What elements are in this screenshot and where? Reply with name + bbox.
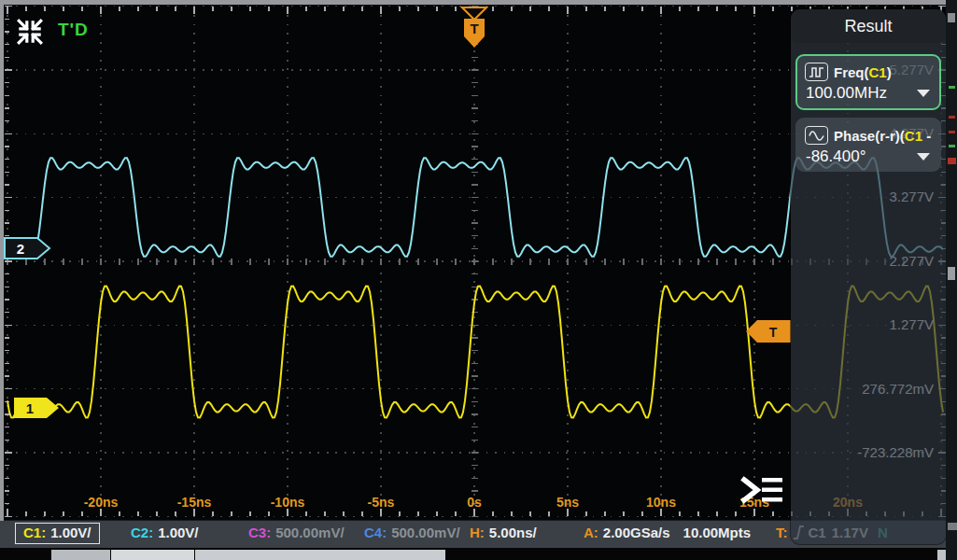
- side-panel-edge: [946, 0, 957, 560]
- side-panel-fragment: [948, 13, 955, 22]
- background-window-fragment: [51, 550, 110, 560]
- chevron-down-icon[interactable]: [917, 153, 930, 161]
- selected-channel-box[interactable]: C1:1.00V/: [15, 523, 100, 544]
- trigger-status: T'D: [58, 20, 89, 40]
- side-panel-fragment: [948, 523, 957, 530]
- time-axis-label: -20ns: [84, 495, 119, 510]
- side-panel-fragment: [949, 86, 955, 89]
- channel-label: C4:: [364, 525, 387, 540]
- result-panel-title: Result: [791, 9, 946, 43]
- svg-text:T: T: [769, 325, 778, 340]
- channel-scale-value: 500.00mV/: [391, 525, 459, 540]
- collapse-arrows-icon[interactable]: [15, 17, 45, 50]
- channel-label: C3:: [248, 525, 271, 540]
- result-panel: Result Freq(C1) 100.00MHz Phase(r-r)(C1 …: [791, 9, 946, 544]
- background-window-fragment: [195, 550, 445, 560]
- oscilloscope-screen: -20ns-15ns-10ns-5ns0s5ns10ns15ns20ns5.27…: [0, 0, 957, 560]
- measurement-label: Freq(C1): [834, 64, 892, 80]
- measurement-value: -86.400°: [806, 147, 866, 166]
- background-window-edge: [0, 548, 957, 560]
- freq-measure-icon: [805, 63, 828, 81]
- time-axis-label: 0s: [467, 495, 482, 510]
- chevron-down-icon[interactable]: [917, 90, 930, 97]
- time-axis-label: -15ns: [177, 495, 212, 510]
- background-window-fragment: [111, 550, 194, 560]
- side-panel-fragment: [948, 158, 956, 164]
- svg-text:2: 2: [17, 241, 24, 257]
- svg-text:T: T: [470, 21, 478, 36]
- side-panel-fragment: [948, 267, 955, 280]
- side-panel-fragment: [949, 131, 955, 133]
- measurement-label: Phase(r-r)(C1 -: [834, 128, 931, 144]
- time-axis-label: -10ns: [271, 495, 305, 510]
- horizontal-scale[interactable]: H:5.00ns/: [470, 525, 537, 540]
- phase-measure-icon: [805, 126, 828, 145]
- side-panel-fragment: [949, 116, 955, 119]
- time-axis-label: 5ns: [556, 495, 579, 510]
- trigger-position-marker[interactable]: T: [460, 6, 488, 54]
- menu-expand-icon[interactable]: [739, 472, 784, 513]
- time-axis-label: -5ns: [368, 495, 395, 510]
- time-axis-label: 10ns: [646, 495, 676, 510]
- channel-scale-value: 1.00V/: [50, 525, 91, 540]
- channel-scale-value: 1.00V/: [158, 525, 198, 540]
- channel-1-marker[interactable]: 1: [13, 396, 62, 424]
- channel-label: C1:: [23, 525, 46, 540]
- channel-scale-value: 500.00mV/: [275, 525, 344, 540]
- svg-text:1: 1: [26, 400, 34, 416]
- measurement-value: 100.00MHz: [806, 84, 887, 103]
- measurement-card-freq[interactable]: Freq(C1) 100.00MHz: [795, 54, 941, 110]
- measurement-card-phase[interactable]: Phase(r-r)(C1 - -86.400°: [795, 118, 941, 172]
- channel-label: C2:: [131, 525, 153, 540]
- acquisition-info[interactable]: A:2.00GSa/s10.00Mpts: [584, 525, 751, 540]
- channel-2-marker[interactable]: 2: [4, 236, 52, 264]
- trigger-level-marker[interactable]: T: [745, 319, 792, 347]
- side-panel-fragment: [949, 145, 955, 147]
